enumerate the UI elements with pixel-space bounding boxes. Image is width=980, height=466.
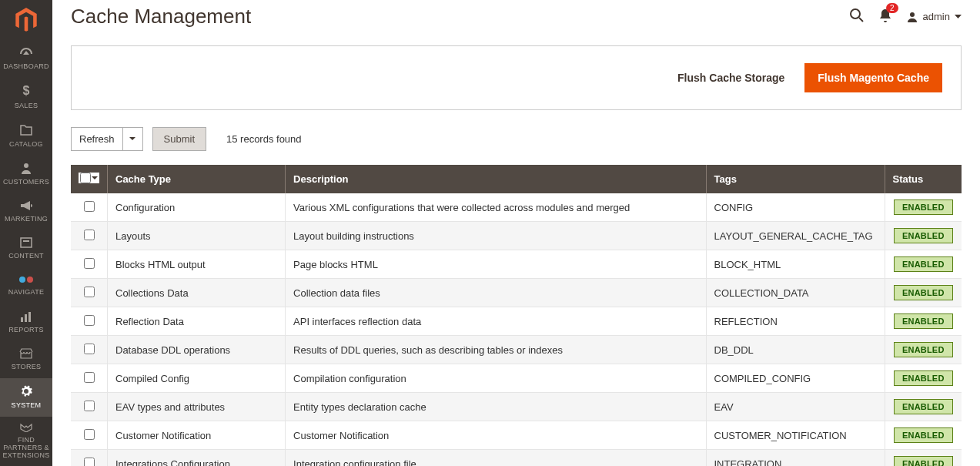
main-content: Cache Management 2 admin Flush Cache Sto… [52, 0, 980, 466]
cell-description: API interfaces reflection data [286, 307, 706, 336]
flush-cache-storage-button[interactable]: Flush Cache Storage [668, 64, 794, 92]
dashboard-icon [18, 46, 34, 61]
cell-tags: INTEGRATION [706, 450, 885, 467]
cell-cache-type: Blocks HTML output [108, 250, 286, 279]
col-cache-type[interactable]: Cache Type [108, 165, 286, 193]
table-row: EAV types and attributesEntity types dec… [71, 393, 962, 421]
row-checkbox[interactable] [84, 401, 95, 411]
row-checkbox[interactable] [84, 258, 95, 269]
search-icon[interactable] [849, 8, 865, 25]
user-menu[interactable]: admin [906, 11, 962, 23]
cache-grid: Cache Type Description Tags Status Confi… [71, 165, 962, 466]
notification-badge: 2 [886, 3, 898, 13]
person-icon [21, 162, 32, 176]
cell-cache-type: Customer Notification [108, 421, 286, 450]
table-row: Customer NotificationCustomer Notificati… [71, 421, 962, 450]
status-badge: ENABLED [894, 427, 953, 443]
notifications-button[interactable]: 2 [878, 8, 892, 25]
col-tags[interactable]: Tags [706, 165, 885, 193]
row-checkbox[interactable] [84, 458, 95, 467]
navigate-icon [18, 275, 34, 287]
nav-marketing[interactable]: MARKETING [0, 193, 52, 230]
cell-cache-type: Layouts [108, 222, 286, 250]
status-badge: ENABLED [894, 228, 953, 243]
nav-partners[interactable]: FIND PARTNERS & EXTENSIONS [0, 417, 52, 466]
bar-chart-icon [20, 311, 32, 324]
svg-rect-3 [23, 240, 29, 242]
cell-tags: BLOCK_HTML [706, 250, 885, 279]
submit-button[interactable]: Submit [152, 127, 206, 151]
cell-description: Entity types declaration cache [286, 393, 706, 421]
cell-description: Various XML configurations that were col… [286, 193, 706, 222]
cell-tags: COMPILED_CONFIG [706, 364, 885, 393]
nav-content[interactable]: CONTENT [0, 230, 52, 267]
magento-logo-icon [15, 8, 37, 32]
nav-reports[interactable]: REPORTS [0, 304, 52, 341]
dollar-icon: $ [20, 84, 32, 100]
chevron-down-icon [92, 176, 98, 180]
cell-tags: REFLECTION [706, 307, 885, 336]
nav-stores[interactable]: STORES [0, 341, 52, 378]
cell-description: Page blocks HTML [286, 250, 706, 279]
table-row: ConfigurationVarious XML configurations … [71, 193, 962, 222]
store-icon [19, 348, 33, 361]
row-checkbox[interactable] [84, 315, 95, 326]
svg-point-1 [24, 163, 28, 168]
svg-point-4 [19, 277, 25, 283]
chevron-down-icon [129, 137, 135, 141]
svg-point-5 [27, 277, 33, 283]
cell-tags: LAYOUT_GENERAL_CACHE_TAG [706, 222, 885, 250]
row-checkbox[interactable] [84, 201, 95, 212]
mass-action-select[interactable]: Refresh [71, 127, 123, 151]
megaphone-icon [19, 200, 33, 213]
handshake-icon [19, 423, 33, 434]
cell-cache-type: Reflection Data [108, 307, 286, 336]
nav-catalog[interactable]: CATALOG [0, 117, 52, 156]
select-all-checkbox[interactable] [80, 173, 91, 183]
mass-action-caret[interactable] [123, 127, 143, 151]
catalog-icon [19, 124, 33, 139]
row-checkbox[interactable] [84, 287, 95, 297]
col-status[interactable]: Status [885, 165, 962, 193]
status-badge: ENABLED [894, 256, 953, 272]
grid-toolbar: Refresh Submit 15 records found [71, 127, 962, 151]
chevron-down-icon [955, 15, 962, 19]
table-row: Blocks HTML outputPage blocks HTMLBLOCK_… [71, 250, 962, 279]
cell-tags: CONFIG [706, 193, 885, 222]
table-row: Compiled ConfigCompilation configuration… [71, 364, 962, 393]
col-description[interactable]: Description [286, 165, 706, 193]
nav-dashboard[interactable]: DASHBOARD [0, 39, 52, 78]
user-label: admin [923, 11, 950, 22]
nav-sales[interactable]: $ SALES [0, 78, 52, 117]
status-badge: ENABLED [894, 370, 953, 386]
cell-description: Results of DDL queries, such as describi… [286, 336, 706, 364]
nav-navigate[interactable]: NAVIGATE [0, 267, 52, 304]
cell-tags: EAV [706, 393, 885, 421]
nav-system[interactable]: SYSTEM [0, 378, 52, 417]
cell-tags: DB_DDL [706, 336, 885, 364]
flush-magento-cache-button[interactable]: Flush Magento Cache [804, 63, 942, 92]
cell-cache-type: Collections Data [108, 279, 286, 307]
cell-tags: CUSTOMER_NOTIFICATION [706, 421, 885, 450]
row-checkbox[interactable] [84, 230, 95, 240]
svg-rect-7 [25, 314, 27, 322]
row-checkbox[interactable] [84, 429, 95, 440]
svg-point-9 [851, 9, 860, 18]
table-row: Integrations ConfigurationIntegration co… [71, 450, 962, 467]
cell-description: Integration configuration file [286, 450, 706, 467]
select-all-control[interactable] [79, 173, 99, 183]
row-checkbox[interactable] [84, 344, 95, 354]
content-icon [20, 237, 32, 250]
cell-cache-type: Database DDL operations [108, 336, 286, 364]
row-checkbox[interactable] [84, 372, 95, 383]
cell-cache-type: Integrations Configuration [108, 450, 286, 467]
cell-cache-type: Configuration [108, 193, 286, 222]
table-row: Database DDL operationsResults of DDL qu… [71, 336, 962, 364]
nav-customers[interactable]: CUSTOMERS [0, 156, 52, 194]
table-row: Collections DataCollection data filesCOL… [71, 279, 962, 307]
status-badge: ENABLED [894, 313, 953, 329]
svg-rect-8 [28, 312, 31, 322]
magento-logo[interactable] [0, 0, 52, 39]
svg-line-10 [859, 18, 863, 22]
page-actions: Flush Cache Storage Flush Magento Cache [71, 45, 962, 110]
